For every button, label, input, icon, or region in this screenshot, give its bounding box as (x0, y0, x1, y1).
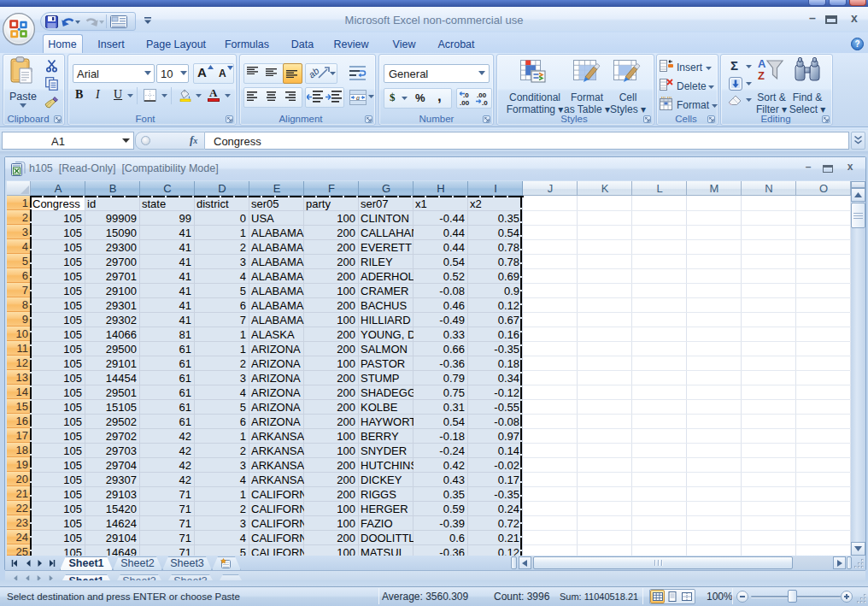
svg-text:.0: .0 (463, 91, 469, 99)
svg-text:?: ? (854, 39, 859, 49)
svg-text:.00: .00 (460, 99, 470, 106)
svg-text:a: a (356, 94, 360, 102)
svg-text:Z: Z (758, 69, 765, 82)
svg-text:A: A (758, 57, 766, 70)
